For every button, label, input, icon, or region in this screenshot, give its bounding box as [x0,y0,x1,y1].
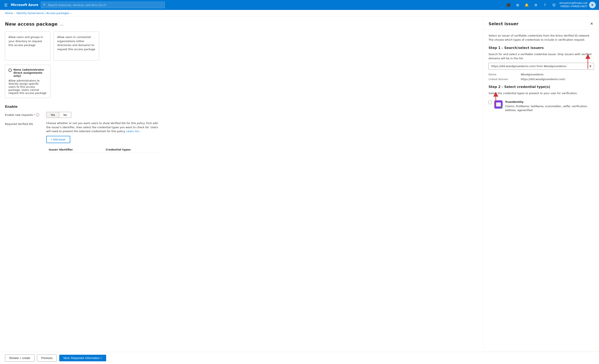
credential-item: TrueIdentity Claims: firstName, lastName… [489,98,594,115]
search-icon: 🔍 [43,3,46,7]
more-options-icon[interactable]: ... [60,22,64,26]
enable-requests-row: Enable new requests * i Yes No [5,112,478,118]
search-placeholder: Search resources, services, and docs (G+… [48,3,106,7]
info-name-key: Name [489,73,518,76]
enable-section: Enable Enable new requests * i Yes No Re… [5,105,478,153]
user-text: elmadmin@fimdev.net FIMDEV (FIMDEV.NET) [559,2,587,8]
hamburger-menu[interactable]: ☰ [3,2,8,8]
policy-card-directory-text: Allow users and groups in your directory… [9,36,43,47]
app-brand: Microsoft Azure [11,3,38,7]
breadcrumb-sep1: › [14,12,15,15]
right-panel: Select issuer ✕ Select an issuer of veri… [483,17,599,363]
panel-header: Select issuer ✕ [484,17,599,29]
none-card-desc: Allow administrators to directly assign … [9,79,47,95]
issuer-dropdown[interactable]: https://did.woodgrovedemo.com/ from Wood… [489,63,594,70]
add-issuer-button[interactable]: + Add issuer [46,136,70,143]
credential-claims: Claims: firstName, lastName, scanneddoc,… [505,104,594,112]
search-bar[interactable]: 🔍 Search resources, services, and docs (… [41,2,165,8]
policy-card-directory[interactable]: Allow users and groups in your directory… [5,32,50,61]
credential-details: TrueIdentity Claims: firstName, lastName… [505,100,594,112]
user-menu[interactable]: elmadmin@fimdev.net FIMDEV (FIMDEV.NET) … [559,2,596,8]
user-tenant: FIMDEV (FIMDEV.NET) [559,5,587,8]
col-issuer-id: Issuer identifier [46,146,103,153]
credential-icon [494,100,502,109]
panel-description: Select an issuer of verifiable credentia… [489,34,594,42]
left-panel: New access package ... Allow users and g… [0,17,483,363]
breadcrumb-home[interactable]: Home [5,12,13,15]
none-card[interactable]: None (administrator direct assignments o… [5,65,50,98]
credential-checkbox[interactable] [489,101,492,104]
breadcrumb-gov[interactable]: Identity Governance | Access packages [17,12,69,15]
breadcrumb: Home › Identity Governance | Access pack… [0,10,599,17]
no-button[interactable]: No [59,112,71,118]
page-title: New access package [5,21,58,27]
none-card-title-text: None (administrator direct assignments o… [13,68,47,77]
verified-ids-row: Required Verified IDs Choose whether or … [5,121,478,153]
settings-icon[interactable]: ⚙ [532,1,539,9]
step2-desc: Select the credential types to present t… [489,91,594,95]
issuer-dropdown-value: https://did.woodgrovedemo.com/ from Wood… [491,65,566,68]
policy-card-connected[interactable]: Allow users in connected organizations (… [54,32,99,61]
issuer-info-grid: Name Woodgrovedemo Linked domain https:/… [489,73,594,81]
bottom-bar: Review + create Previous Next: Requestor… [0,352,599,363]
nav-icons: ⬛ ⊞ 🔔 ⚙ ? 😊 elmadmin@fimdev.net FIMDEV (… [505,1,596,9]
avatar[interactable]: E [589,2,596,8]
verified-ids-label: Required Verified IDs [5,121,42,125]
credential-icon-card [496,102,501,107]
user-email: elmadmin@fimdev.net [559,2,587,5]
enable-requests-label: Enable new requests * i [5,112,42,116]
panel-title: Select issuer [489,21,519,26]
main-layout: New access package ... Allow users and g… [0,17,599,363]
required-star: * [34,113,35,116]
policy-cards: Allow users and groups in your directory… [5,32,478,61]
previous-button[interactable]: Previous [37,355,57,362]
info-domain-key: Linked domain [489,78,518,81]
yes-button[interactable]: Yes [46,112,59,118]
review-create-button[interactable]: Review + create [5,355,35,362]
feedback-icon[interactable]: 😊 [550,1,558,9]
enable-section-title: Enable [5,105,478,109]
issuer-table: Issuer identifier Credential types [46,146,162,153]
credential-name: TrueIdentity [505,100,594,103]
step1-desc: Search for and select a verifiable crede… [489,52,594,60]
verified-desc: Choose whether or not you want users to … [46,121,162,133]
chevron-down-icon: ▼ [590,65,591,68]
none-card-title-row: None (administrator direct assignments o… [9,68,47,77]
portal-menu-icon[interactable]: ⊞ [514,1,521,9]
learn-more-link[interactable]: Learn mo... [126,130,141,133]
credential-verified-dot [500,106,502,108]
top-navigation: ☰ Microsoft Azure 🔍 Search resources, se… [0,0,599,10]
panel-close-button[interactable]: ✕ [589,21,594,27]
step1-title: Step 1 - Search/select issuers [489,46,594,50]
none-radio[interactable] [9,69,12,72]
next-button[interactable]: Next: Requestor Information > [59,355,106,361]
policy-card-connected-text: Allow users in connected organizations (… [57,36,95,51]
yes-no-toggle: Yes No [46,112,71,118]
page-title-row: New access package ... [5,21,478,27]
verified-ids-content: Choose whether or not you want users to … [46,121,162,153]
panel-body: Select an issuer of verifiable credentia… [484,29,599,351]
step2-title: Step 2 - Select credential type(s) [489,85,594,89]
info-icon[interactable]: i [36,113,39,116]
col-credential-types: Credential types [103,146,162,153]
cloud-shell-icon[interactable]: ⬛ [505,1,512,9]
help-icon[interactable]: ? [541,1,549,9]
breadcrumb-sep2: › [70,12,71,15]
info-domain-val: https://did.woodgrovedemo.com/ [521,78,594,81]
notifications-icon[interactable]: 🔔 [523,1,530,9]
info-name-val: Woodgrovedemo [521,73,594,76]
